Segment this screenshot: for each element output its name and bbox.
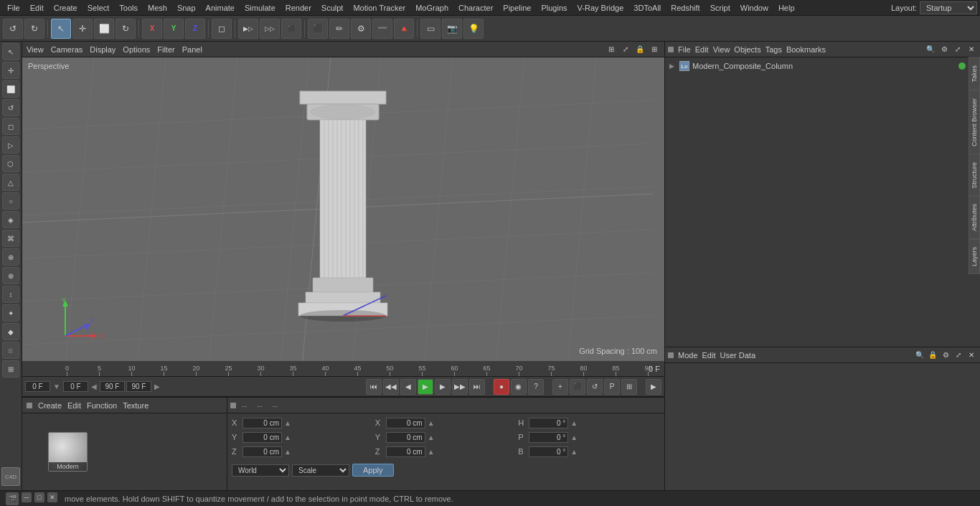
mat-menu-edit[interactable]: Edit — [67, 401, 81, 410]
tool-12[interactable]: ⊗ — [2, 267, 19, 284]
vp-icon-grid[interactable]: ⊞ — [649, 44, 660, 55]
next-key-btn[interactable]: ▶▶ — [452, 379, 468, 395]
menu-window[interactable]: Window — [736, 2, 773, 14]
attr-user-data[interactable]: User Data — [720, 351, 755, 360]
spline-tool[interactable]: ✏ — [329, 19, 349, 39]
generator-tool[interactable]: ⚙ — [351, 19, 371, 39]
material-swatch[interactable]: Modern — [48, 432, 88, 472]
tab-takes[interactable]: Takes — [969, 57, 980, 90]
tool-10[interactable]: ⌘ — [2, 230, 19, 247]
menu-tools[interactable]: Tools — [115, 2, 142, 14]
menu-snap[interactable]: Snap — [173, 2, 200, 14]
win-btn-icon[interactable]: 🎬 — [6, 492, 19, 505]
tool-15[interactable]: ◆ — [2, 323, 19, 340]
menu-motion-tracker[interactable]: Motion Tracker — [349, 2, 410, 14]
auto-key-btn[interactable]: ◉ — [511, 379, 527, 395]
menu-create[interactable]: Create — [50, 2, 82, 14]
go-end-btn[interactable]: ⏭ — [469, 379, 485, 395]
play-btn[interactable]: ▶ — [418, 379, 433, 395]
attr-expand-icon[interactable]: ⤢ — [953, 350, 964, 361]
vp-menu-panel[interactable]: Panel — [182, 45, 202, 54]
y-pos-input[interactable] — [242, 432, 282, 443]
tab-content-browser[interactable]: Content Browser — [969, 90, 980, 154]
tool-scale[interactable]: ⬜ — [2, 80, 19, 98]
h-rot-input[interactable] — [529, 418, 568, 428]
vp-icon-arrows[interactable]: ⤢ — [620, 44, 631, 55]
paint-tool[interactable]: 🔺 — [394, 19, 414, 39]
attr-edit[interactable]: Edit — [702, 351, 716, 360]
object-visibility-green[interactable] — [958, 62, 966, 70]
rp-search-icon[interactable]: 🔍 — [925, 44, 936, 55]
light-tool[interactable]: 💡 — [463, 19, 484, 39]
prev-frame-btn[interactable]: ◀ — [400, 379, 416, 395]
tab-layers[interactable]: Layers — [969, 239, 980, 274]
vp-menu-display[interactable]: Display — [90, 45, 116, 54]
tool-move[interactable]: ✛ — [2, 62, 19, 79]
tool-13[interactable]: ↕ — [2, 286, 19, 303]
tool-arrow[interactable]: ↖ — [2, 43, 19, 60]
render-all[interactable]: ⬛ — [281, 19, 301, 39]
p-rot-input[interactable] — [529, 432, 568, 443]
x-pos-input[interactable] — [242, 418, 282, 428]
rotate-tool[interactable]: ↻ — [116, 19, 136, 39]
undo-button[interactable]: ↺ — [3, 19, 23, 39]
tool-6[interactable]: ⬡ — [2, 155, 19, 172]
help-btn[interactable]: ? — [528, 379, 544, 395]
menu-vray[interactable]: V-Ray Bridge — [573, 2, 628, 14]
vp-icon-lock[interactable]: 🔒 — [634, 44, 646, 55]
scale-tool[interactable]: ⬜ — [94, 19, 114, 39]
rp-options-icon[interactable]: ⚙ — [938, 44, 950, 55]
tool-4[interactable]: ◻ — [2, 118, 19, 135]
vp-menu-options[interactable]: Options — [123, 45, 150, 54]
tool-8[interactable]: ○ — [2, 192, 19, 210]
record-btn[interactable]: ● — [494, 379, 509, 395]
menu-mograph[interactable]: MoGraph — [411, 2, 453, 14]
axis-x[interactable]: X — [142, 19, 162, 39]
object-mode[interactable]: ◻ — [212, 19, 232, 39]
tab-structure[interactable]: Structure — [969, 154, 980, 197]
transform-mode-select[interactable]: Scale Move Rotate — [292, 464, 349, 477]
cube-tool[interactable]: ⬛ — [308, 19, 328, 39]
y-size-input[interactable] — [386, 432, 425, 443]
tool-5[interactable]: ▷ — [2, 136, 19, 154]
vp-icon-expand[interactable]: ⊞ — [606, 44, 617, 55]
attr-search-icon[interactable]: 🔍 — [914, 350, 925, 361]
attr-lock-icon[interactable]: 🔒 — [927, 350, 938, 361]
menu-character[interactable]: Character — [454, 2, 497, 14]
motion-clip-btn[interactable]: ▶ — [646, 379, 661, 395]
key-p-btn[interactable]: P — [604, 379, 620, 395]
object-row-column[interactable]: ▶ Lo Modern_Composite_Column — [666, 59, 979, 73]
vp-menu-cameras[interactable]: Cameras — [51, 45, 83, 54]
render-view[interactable]: ▷▷ — [260, 19, 280, 39]
menu-pipeline[interactable]: Pipeline — [499, 2, 535, 14]
menu-animate[interactable]: Animate — [202, 2, 239, 14]
current-frame-input[interactable] — [25, 381, 50, 392]
select-tool[interactable]: ↖ — [51, 19, 71, 39]
move-tool[interactable]: ✛ — [72, 19, 93, 39]
menu-script[interactable]: Script — [706, 2, 735, 14]
menu-select[interactable]: Select — [83, 2, 114, 14]
floor-tool[interactable]: ▭ — [420, 19, 440, 39]
attr-close-icon[interactable]: ✕ — [966, 350, 977, 361]
camera-tool[interactable]: 📷 — [442, 19, 462, 39]
win-btn-max[interactable]: □ — [34, 492, 44, 502]
menu-help[interactable]: Help — [774, 2, 799, 14]
axis-y[interactable]: Y — [164, 19, 184, 39]
rp-expand-icon[interactable]: ⤢ — [952, 44, 963, 55]
x-size-input[interactable] — [386, 418, 425, 428]
menu-mesh[interactable]: Mesh — [143, 2, 171, 14]
attr-mode[interactable]: Mode — [678, 351, 698, 360]
key-mode-btn[interactable]: + — [552, 379, 568, 395]
start-frame-input[interactable] — [63, 381, 88, 392]
tool-7[interactable]: △ — [2, 174, 19, 191]
menu-simulate[interactable]: Simulate — [240, 2, 280, 14]
key-all-btn[interactable]: ⬛ — [570, 379, 585, 395]
tool-17[interactable]: ⊞ — [2, 360, 19, 378]
menu-redshift[interactable]: Redshift — [666, 2, 704, 14]
viewport[interactable]: Perspective — [22, 57, 664, 361]
deformer-tool[interactable]: 〰 — [372, 19, 392, 39]
render-region[interactable]: ▶▷ — [238, 19, 258, 39]
mat-menu-create[interactable]: Create — [38, 401, 62, 410]
mat-menu-texture[interactable]: Texture — [123, 401, 149, 410]
apply-button[interactable]: Apply — [352, 464, 394, 477]
